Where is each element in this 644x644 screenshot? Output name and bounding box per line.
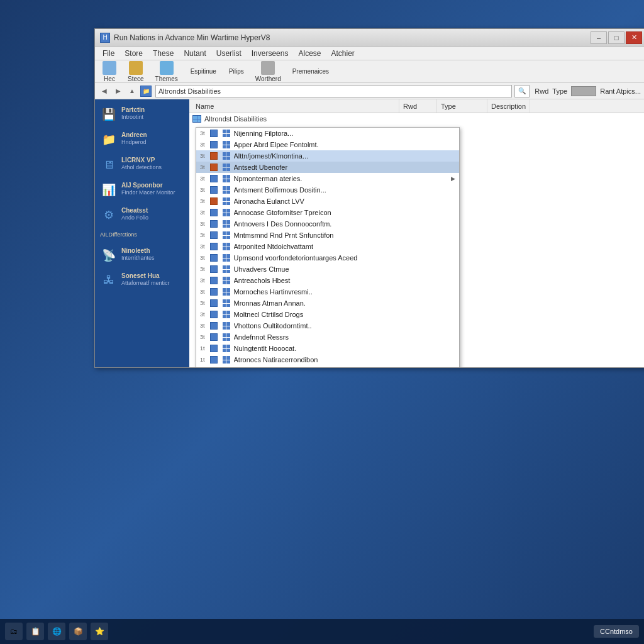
taskbar-icon-0[interactable]: 🗂 bbox=[5, 623, 23, 640]
tray-button[interactable]: CCntdmso bbox=[594, 625, 639, 638]
dropdown-item-10[interactable]: 3t Atrponited Ntdoichvattamt bbox=[196, 241, 459, 252]
dropdown-item-20[interactable]: 1t Atronocs Natiracerrondibon bbox=[196, 354, 459, 365]
menu-these[interactable]: These bbox=[148, 48, 179, 59]
address-input[interactable] bbox=[155, 85, 512, 97]
item-icon-1 bbox=[209, 140, 219, 149]
col-desc: Description bbox=[487, 99, 530, 113]
search-hint: Rant Atpics... bbox=[600, 87, 641, 95]
folder-icon: 📁 bbox=[140, 86, 152, 97]
dropdown-item-text-0: Nijenning Filptora... bbox=[234, 130, 455, 137]
sidebar-item-licrnx[interactable]: 🖥 LICRNX VP Athol detections bbox=[95, 152, 189, 177]
taskbar: 🗂 📋 🌐 📦 ⭐ CCntdmso bbox=[0, 619, 644, 644]
dropdown-item-8[interactable]: 3t Antnovers I Des Donnooconftm. bbox=[196, 218, 459, 230]
menu-nutant[interactable]: Nutant bbox=[179, 48, 211, 59]
toolbar-wortherd[interactable]: Wortherd bbox=[252, 60, 285, 84]
search-icon: 🔍 bbox=[514, 85, 530, 97]
badge-2: 3t bbox=[200, 153, 205, 159]
menu-store[interactable]: Store bbox=[119, 48, 148, 59]
dropdown-item-18[interactable]: 3t Andefnnot Ressrs bbox=[196, 331, 459, 343]
sidebar-item-aij[interactable]: 📊 AIJ Spoonbor Findor Macer Monitor bbox=[95, 177, 189, 203]
dropdown-item-text-7: Annocase Gtofornitser Tpreicon bbox=[234, 209, 455, 216]
toolbar-hec[interactable]: Hec bbox=[99, 60, 120, 84]
menu-bar: File Store These Nutant Userlist Inverse… bbox=[95, 47, 644, 60]
taskbar-right: CCntdmso bbox=[594, 625, 639, 638]
back-button[interactable]: ◀ bbox=[99, 86, 110, 97]
dropdown-item-4[interactable]: 3t Npmonterman ateries. ▶ bbox=[196, 173, 459, 184]
sidebar-item-ninoleeth[interactable]: 📡 Ninoleeth Interrithantes bbox=[95, 243, 189, 268]
col-type[interactable]: Type bbox=[437, 99, 487, 113]
taskbar-icon-4[interactable]: ⭐ bbox=[91, 623, 108, 640]
dropdown-item-7[interactable]: 3t Annocase Gtofornitser Tpreicon bbox=[196, 207, 459, 218]
dropdown-item-13[interactable]: 3t Antreachols Hbest bbox=[196, 275, 459, 286]
dropdown-item-19[interactable]: 1t Nulngtentlt Hooocat. bbox=[196, 343, 459, 354]
dropdown-item-12[interactable]: 3t Uhvadvers Ctmue bbox=[196, 264, 459, 275]
close-button[interactable]: ✕ bbox=[626, 31, 642, 44]
sidebar: 💾 💾 Partctin Introotint 📁 Andreen Hndper… bbox=[95, 99, 189, 367]
dropdown-item-text-17: Vhottons Oultitodorntimt.. bbox=[234, 322, 455, 330]
soneset-icon: 🖧 bbox=[100, 272, 118, 289]
item-icon-4 bbox=[209, 174, 219, 183]
taskbar-icon-3[interactable]: 📦 bbox=[69, 623, 87, 640]
pilips-label: Pilips bbox=[229, 68, 244, 75]
taskbar-icon-1[interactable]: 📋 bbox=[26, 623, 44, 640]
dropdown-menu: 3t Nijenning Filptora... 3t Apper bbox=[196, 127, 460, 367]
dropdown-item-2[interactable]: 3t Alttn/jomest/Klmontina... bbox=[196, 150, 459, 162]
sidebar-item-andreen[interactable]: 📁 Andreen Hndperod bbox=[95, 127, 189, 152]
sidebar-item-aildifferctions[interactable]: AILDIfferctions bbox=[95, 228, 189, 243]
file-list[interactable]: Altrondst Disabilities 3t Nijenning Filp… bbox=[189, 113, 644, 367]
licrnx-text: LICRNX VP Athol detections bbox=[121, 156, 162, 172]
wortherd-icon bbox=[261, 61, 275, 75]
toolbar-stece[interactable]: Stece bbox=[124, 60, 148, 84]
sidebar-item-cheatsst[interactable]: ⚙ Cheatsst Ando Folio bbox=[95, 203, 189, 228]
item-icon2-4 bbox=[221, 174, 231, 183]
dropdown-item-15[interactable]: 3t Mronnas Atman Annan. bbox=[196, 297, 459, 309]
menu-atchier[interactable]: Atchier bbox=[326, 48, 360, 59]
item-icon-6 bbox=[209, 197, 219, 206]
dropdown-item-5[interactable]: 3t Antsment Bolfirmous Dositin... bbox=[196, 184, 459, 196]
dropdown-item-21[interactable]: 3t EsltGed Atcord Meccontin bbox=[196, 365, 459, 367]
dropdown-item-17[interactable]: 3t Vhottons Oultitodorntimt.. bbox=[196, 320, 459, 331]
dropdown-item-text-2: Alttn/jomest/Klmontina... bbox=[234, 152, 455, 160]
minimize-button[interactable]: – bbox=[591, 31, 607, 44]
menu-file[interactable]: File bbox=[97, 48, 119, 59]
aildifferctions-text: AILDIfferctions bbox=[100, 231, 137, 239]
dropdown-item-16[interactable]: 3t Moltnecl Ctrtilsd Drogs bbox=[196, 309, 459, 320]
menu-userlist[interactable]: Userlist bbox=[211, 48, 247, 59]
sidebar-item-partctin[interactable]: 💾 💾 Partctin Introotint bbox=[95, 102, 189, 127]
toolbar-premenaices[interactable]: Premenaices bbox=[289, 67, 333, 76]
ninoleeth-icon: 📡 bbox=[100, 247, 118, 264]
address-bar: ◀ ▶ ▲ 📁 🔍 Rwd Type Rant Atpics... bbox=[95, 83, 644, 99]
toolbar-espitinue[interactable]: Espitinue bbox=[186, 65, 221, 77]
dropdown-item-11[interactable]: 3t Upmsond voorfondetoriontuarges Aceed bbox=[196, 252, 459, 264]
themes-icon bbox=[160, 61, 174, 75]
cheatsst-icon: ⚙ bbox=[100, 206, 118, 224]
list-item[interactable]: Altrondst Disabilities bbox=[189, 113, 644, 125]
dropdown-item-3[interactable]: 3t Antsedt Ubenofer bbox=[196, 162, 459, 173]
col-read[interactable]: Rwd bbox=[399, 99, 437, 113]
forward-button[interactable]: ▶ bbox=[113, 86, 124, 97]
dropdown-item-0[interactable]: 3t Nijenning Filptora... bbox=[196, 128, 459, 139]
up-button[interactable]: ▲ bbox=[126, 86, 138, 97]
main-window: H Run Nations in Advance Min Wartime Hyp… bbox=[94, 28, 644, 368]
toolbar-pilips[interactable]: Pilips bbox=[225, 67, 248, 76]
partctin-text: 💾 Partctin Introotint bbox=[121, 106, 145, 121]
dropdown-item-14[interactable]: 3t Mornoches Hartinvresmi.. bbox=[196, 286, 459, 297]
toolbar-themes[interactable]: Themes bbox=[152, 60, 182, 84]
badge-3: 3t bbox=[200, 164, 205, 170]
andreen-icon: 📁 bbox=[100, 131, 118, 148]
dropdown-item-text-16: Moltnecl Ctrtilsd Drogs bbox=[234, 311, 455, 318]
item-icon-5 bbox=[209, 186, 219, 194]
dropdown-item-text-6: Aironacha Eulanct LVV bbox=[234, 197, 455, 205]
dropdown-item-1[interactable]: 3t Apper Abrd Elpee Fontolmt. bbox=[196, 139, 459, 150]
maximize-button[interactable]: □ bbox=[608, 31, 625, 44]
dropdown-item-text-1: Apper Abrd Elpee Fontolmt. bbox=[234, 141, 455, 148]
dropdown-item-9[interactable]: 3t Mntmsmnd Rnd Prnt Snfunctifon bbox=[196, 230, 459, 241]
dropdown-item-text-13: Antreachols Hbest bbox=[234, 277, 455, 284]
dropdown-item-6[interactable]: 3t Aironacha Eulanct LVV bbox=[196, 196, 459, 207]
item-icon-3 bbox=[209, 163, 219, 172]
menu-alcese[interactable]: Alcese bbox=[293, 48, 326, 59]
col-name[interactable]: Name bbox=[192, 99, 399, 113]
sidebar-item-soneset[interactable]: 🖧 Soneset Hua Attaforreatf menticr bbox=[95, 268, 189, 293]
taskbar-icon-2[interactable]: 🌐 bbox=[48, 623, 65, 640]
menu-inverseens[interactable]: Inverseens bbox=[247, 48, 294, 59]
